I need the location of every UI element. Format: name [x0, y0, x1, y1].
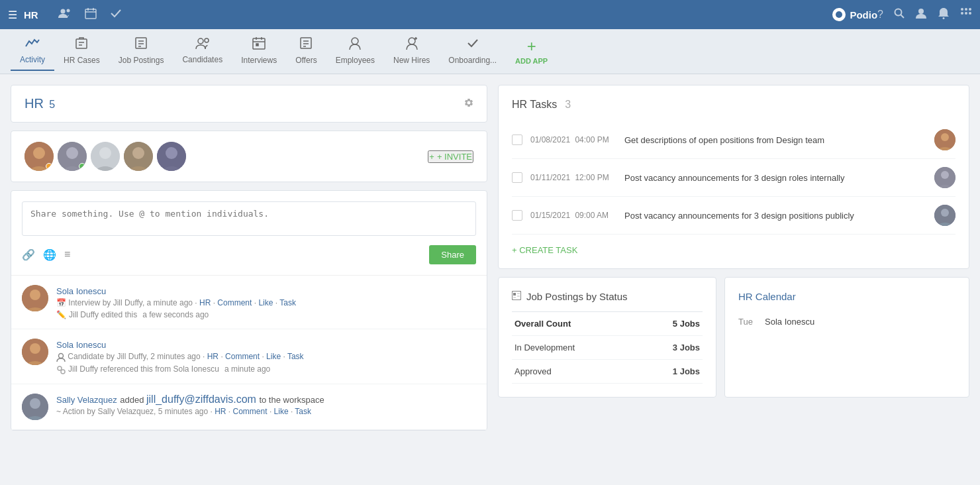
tab-interviews[interactable]: Interviews — [232, 31, 286, 72]
share-input[interactable] — [22, 201, 476, 236]
comment-action[interactable]: Comment — [217, 298, 252, 307]
svg-point-62 — [941, 171, 949, 179]
calendar-icon[interactable] — [85, 7, 97, 22]
share-area: 🔗 🌐 ≡ Share — [11, 191, 487, 276]
svg-point-13 — [969, 8, 971, 11]
svg-point-52 — [30, 343, 40, 354]
activity-author[interactable]: Sola Ionescu — [56, 340, 106, 350]
tasks-count: 3 — [565, 99, 571, 111]
svg-point-48 — [166, 147, 177, 159]
invite-email[interactable]: jill_duffy@ziffdavis.com — [146, 394, 256, 405]
task-checkbox[interactable] — [512, 172, 522, 183]
activity-edit: ✏️ Jill Duffy edited this a few seconds … — [56, 310, 476, 319]
activity-content: Sola Ionescu 📅 Interview by Jill Duffy, … — [56, 285, 476, 319]
like-action[interactable]: Like — [274, 407, 289, 416]
job-row-value: 5 Jobs — [639, 312, 703, 336]
activity-meta: ~ Action by Sally Velazquez, 5 minutes a… — [56, 407, 476, 416]
user-icon[interactable] — [915, 8, 927, 21]
hr-tasks-card: HR Tasks 3 01/08/2021 04:00 PM Get descr… — [498, 85, 969, 269]
task-avatar — [934, 129, 956, 150]
job-row-label: Approved — [512, 360, 639, 384]
right-column: HR Tasks 3 01/08/2021 04:00 PM Get descr… — [498, 85, 969, 431]
task-text: Get descriptions of open positions from … — [624, 135, 926, 145]
tasks-title: HR Tasks — [512, 99, 557, 111]
tab-offers[interactable]: Offers — [286, 31, 326, 72]
table-row: In Development 3 Jobs — [512, 336, 703, 360]
create-task-button[interactable]: + CREATE TASK — [512, 245, 956, 255]
task-action[interactable]: Task — [295, 407, 311, 416]
share-button[interactable]: Share — [429, 245, 476, 264]
add-app-icon: + — [527, 38, 536, 54]
svg-point-36 — [409, 38, 415, 44]
tab-candidates[interactable]: Candidates — [173, 32, 232, 71]
workspace-name: HR — [24, 96, 44, 111]
svg-rect-17 — [76, 39, 87, 48]
onboarding-tab-icon — [466, 36, 479, 53]
activity-tag[interactable]: HR — [207, 352, 219, 361]
task-action[interactable]: Task — [287, 352, 304, 361]
svg-point-0 — [60, 9, 65, 14]
globe-icon[interactable]: 🌐 — [43, 248, 56, 261]
svg-point-15 — [965, 12, 967, 15]
svg-point-60 — [941, 133, 949, 141]
svg-point-12 — [965, 8, 967, 11]
task-checkbox[interactable] — [512, 210, 522, 221]
add-app-tab[interactable]: + ADD APP — [506, 33, 557, 70]
tab-new-hires[interactable]: New Hires — [384, 31, 439, 72]
tab-activity[interactable]: Activity — [11, 32, 54, 71]
activity-tag[interactable]: HR — [199, 298, 211, 307]
tab-hr-cases[interactable]: HR Cases — [54, 31, 109, 72]
tab-onboarding[interactable]: Onboarding... — [439, 31, 506, 72]
people-icon[interactable] — [58, 8, 72, 21]
task-item: 01/11/2021 12:00 PM Post vacancy announc… — [512, 159, 956, 197]
avatar — [24, 142, 54, 171]
activity-tag[interactable]: HR — [215, 407, 226, 416]
job-row-value: 1 Jobs — [639, 360, 703, 384]
apps-icon[interactable] — [960, 7, 972, 22]
activity-author[interactable]: Sally Velazquez — [56, 395, 117, 405]
task-action[interactable]: Task — [279, 298, 296, 307]
svg-rect-30 — [256, 44, 258, 46]
bottom-cards-row: Job Postings by Status Overall Count 5 J… — [498, 277, 969, 398]
tab-hr-cases-label: HR Cases — [64, 56, 100, 65]
help-icon[interactable]: ? — [877, 9, 883, 21]
share-toolbar: 🔗 🌐 ≡ Share — [22, 245, 476, 264]
invite-button[interactable]: + + INVITE — [428, 150, 473, 163]
activity-reference: Jill Duffy referenced this from Sola Ion… — [56, 364, 476, 374]
comment-action[interactable]: Comment — [225, 352, 260, 361]
comment-action[interactable]: Comment — [233, 407, 268, 416]
svg-point-53 — [59, 353, 64, 358]
job-row-label: Overall Count — [512, 312, 639, 336]
notifications-icon[interactable] — [938, 7, 950, 22]
svg-point-35 — [352, 38, 358, 44]
tab-employees-label: Employees — [336, 56, 375, 65]
check-icon[interactable] — [110, 7, 122, 22]
attach-icon[interactable]: 🔗 — [22, 248, 35, 261]
workspace-member-count: 5 — [49, 99, 55, 110]
tab-employees[interactable]: Employees — [326, 31, 384, 72]
settings-icon[interactable] — [463, 97, 473, 110]
workspace-header-card: HR 5 — [11, 85, 487, 123]
task-checkbox[interactable] — [512, 135, 522, 145]
hamburger-menu[interactable]: ☰ — [8, 9, 17, 21]
svg-point-44 — [99, 147, 111, 159]
invite-text: added — [120, 395, 146, 405]
svg-rect-26 — [253, 38, 265, 49]
svg-line-8 — [901, 15, 905, 19]
task-avatar — [934, 167, 956, 188]
svg-rect-68 — [517, 293, 520, 294]
reference-text: Jill Duffy referenced this from Sola Ion… — [68, 364, 219, 374]
activity-content: Sola Ionescu Candidate by Jill Duffy, 2 … — [56, 339, 476, 374]
svg-rect-67 — [513, 293, 516, 296]
activity-avatar — [22, 285, 48, 311]
tab-job-postings[interactable]: Job Postings — [109, 31, 173, 72]
like-action[interactable]: Like — [266, 352, 281, 361]
format-icon[interactable]: ≡ — [64, 248, 70, 261]
invite-text2: to the workspace — [259, 395, 324, 405]
like-action[interactable]: Like — [258, 298, 273, 307]
search-icon[interactable] — [894, 8, 905, 21]
activity-description: Candidate by Jill Duffy, 2 minutes ago · — [68, 352, 207, 361]
activity-author[interactable]: Sola Ionescu — [56, 286, 106, 296]
task-item: 01/15/2021 09:00 AM Post vacancy announc… — [512, 197, 956, 235]
tab-activity-label: Activity — [20, 55, 45, 64]
